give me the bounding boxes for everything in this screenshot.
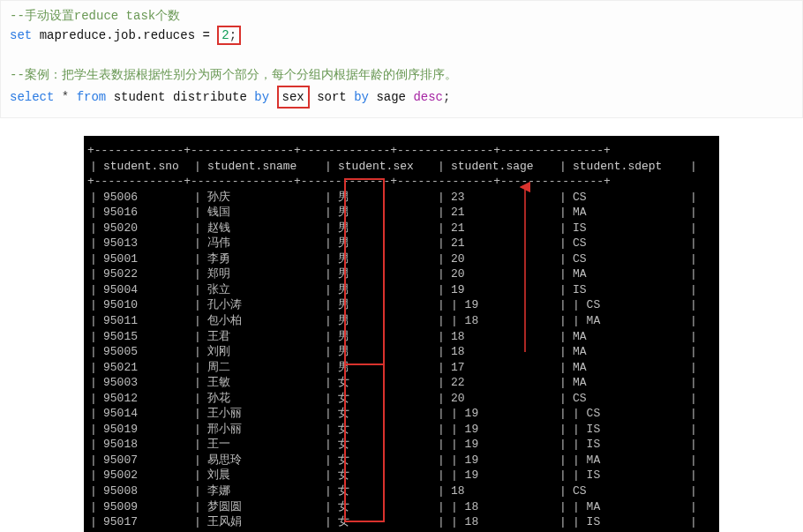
- table-row: |95004|张立|男|19|IS|: [87, 282, 716, 298]
- cell-sname: 刘晨: [204, 468, 322, 483]
- cell-sname: 王一: [204, 437, 322, 453]
- cell-sage: | 19: [447, 468, 557, 483]
- cell-sdept: MA: [569, 344, 687, 360]
- code-set-line: set mapreduce.job.reduces = 2;: [10, 26, 793, 45]
- cell-sex: 男: [334, 297, 435, 313]
- table-row: |95014|王小丽|女|| 19|| CS|: [87, 406, 716, 422]
- highlight-distribute-col: sex: [277, 86, 310, 109]
- table-row: |95017|王风娟|女|| 18|| IS|: [87, 514, 716, 530]
- cell-sno: 95005: [100, 344, 191, 360]
- table-row: |95007|易思玲|女|| 19|| MA|: [87, 453, 716, 468]
- cell-sage: | 19: [447, 453, 557, 468]
- cell-sex: 男: [334, 251, 435, 267]
- cell-sex: 男: [334, 205, 435, 221]
- cell-sage: 19: [447, 282, 557, 298]
- table-row: |95009|梦圆圆|女|| 18|| MA|: [87, 499, 716, 515]
- cell-sno: 95012: [100, 391, 191, 407]
- sql-code-block: --手动设置reduce task个数 set mapreduce.job.re…: [0, 0, 803, 118]
- cell-sno: 95013: [100, 236, 191, 251]
- cell-sage: | 18: [447, 499, 557, 515]
- cell-sex: 女: [334, 514, 435, 530]
- cell-sname: 孙花: [204, 391, 322, 407]
- table-row: |95016|钱国|男|21|MA|: [87, 205, 716, 221]
- cell-sno: 95014: [100, 406, 191, 422]
- cell-sage: 20: [447, 391, 557, 407]
- cell-sname: 李娜: [204, 483, 322, 499]
- cell-sname: 梦圆圆: [204, 499, 322, 515]
- cell-sdept: MA: [569, 205, 687, 221]
- table-row: |95006|孙庆|男|23|CS|: [87, 190, 716, 206]
- cell-sex: 女: [334, 483, 435, 499]
- cell-sname: 邢小丽: [204, 422, 322, 438]
- cell-sex: 女: [334, 375, 435, 391]
- cell-sage: | 19: [447, 437, 557, 453]
- cell-sage: | 19: [447, 406, 557, 422]
- cell-sname: 冯伟: [204, 236, 322, 251]
- cell-sno: 95020: [100, 221, 191, 236]
- col-header-sdept: student.sdept: [569, 159, 687, 175]
- cell-sdept: | CS: [569, 406, 687, 422]
- cell-sno: 95010: [100, 297, 191, 313]
- table-row: |95003|王敏|女|22|MA|: [87, 375, 716, 391]
- table-row: |95020|赵钱|男|21|IS|: [87, 221, 716, 236]
- cell-sdept: CS: [569, 190, 687, 206]
- cell-sdept: MA: [569, 375, 687, 391]
- table-row: |95012|孙花|女|20|CS|: [87, 391, 716, 407]
- code-comment-2: --案例：把学生表数据根据性别分为两个部分，每个分组内根据年龄的倒序排序。: [10, 65, 793, 85]
- cell-sname: 王敏: [204, 375, 322, 391]
- cell-sex: 女: [334, 422, 435, 438]
- code-comment-1: --手动设置reduce task个数: [10, 6, 793, 26]
- cell-sname: 周二: [204, 360, 322, 376]
- cell-sex: 男: [334, 236, 435, 251]
- cell-sdept: | IS: [569, 437, 687, 453]
- cell-sex: 女: [334, 453, 435, 468]
- table-row: |95018|王一|女|| 19|| IS|: [87, 437, 716, 453]
- table-row: |95013|冯伟|男|21|CS|: [87, 236, 716, 251]
- cell-sname: 钱国: [204, 205, 322, 221]
- table-header-row: |student.sno |student.sname |student.sex…: [87, 159, 716, 175]
- terminal-output-wrap: +-------------+---------------+---------…: [0, 136, 803, 532]
- cell-sname: 张立: [204, 282, 322, 298]
- cell-sno: 95001: [100, 251, 191, 267]
- cell-sage: 21: [447, 236, 557, 251]
- cell-sdept: MA: [569, 360, 687, 376]
- cell-sno: 95011: [100, 313, 191, 329]
- cell-sno: 95008: [100, 483, 191, 499]
- table-body: |95006|孙庆|男|23|CS||95016|钱国|男|21|MA||950…: [87, 190, 716, 530]
- cell-sdept: | IS: [569, 468, 687, 483]
- cell-sdept: | MA: [569, 499, 687, 515]
- cell-sno: 95007: [100, 453, 191, 468]
- cell-sage: | 18: [447, 514, 557, 530]
- cell-sdept: MA: [569, 266, 687, 282]
- cell-sdept: | IS: [569, 514, 687, 530]
- cell-sname: 王君: [204, 329, 322, 345]
- cell-sno: 95016: [100, 205, 191, 221]
- cell-sname: 孙庆: [204, 190, 322, 206]
- cell-sex: 女: [334, 406, 435, 422]
- cell-sname: 赵钱: [204, 221, 322, 236]
- table-row: |95019|邢小丽|女|| 19|| IS|: [87, 422, 716, 438]
- cell-sno: 95015: [100, 329, 191, 345]
- cell-sage: 18: [447, 483, 557, 499]
- cell-sno: 95022: [100, 266, 191, 282]
- cell-sdept: IS: [569, 221, 687, 236]
- cell-sname: 刘刚: [204, 344, 322, 360]
- cell-sage: 18: [447, 344, 557, 360]
- col-header-sno: student.sno: [100, 159, 191, 175]
- cell-sdept: IS: [569, 282, 687, 298]
- cell-sex: 女: [334, 391, 435, 407]
- cell-sno: 95006: [100, 190, 191, 206]
- cell-sdept: | CS: [569, 297, 687, 313]
- cell-sex: 男: [334, 360, 435, 376]
- col-header-sage: student.sage: [447, 159, 557, 175]
- cell-sex: 男: [334, 313, 435, 329]
- cell-sage: 21: [447, 205, 557, 221]
- cell-sname: 易思玲: [204, 453, 322, 468]
- cell-sage: | 19: [447, 297, 557, 313]
- cell-sdept: | MA: [569, 313, 687, 329]
- cell-sage: | 19: [447, 422, 557, 438]
- cell-sage: 17: [447, 360, 557, 376]
- cell-sdept: CS: [569, 391, 687, 407]
- cell-sno: 95004: [100, 282, 191, 298]
- cell-sdept: CS: [569, 236, 687, 251]
